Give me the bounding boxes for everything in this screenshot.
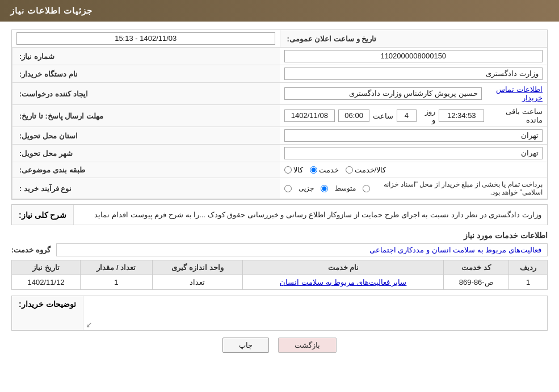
category-value: کالا/خدمت خدمت کالا bbox=[280, 162, 548, 178]
category-option-kala: کالا bbox=[284, 166, 303, 174]
category-radio-khedmat[interactable] bbox=[310, 166, 317, 174]
category-radio-group: کالا/خدمت خدمت کالا bbox=[284, 166, 386, 174]
main-info-grid: تاریخ و ساعت اعلان عمومی:1402/11/03 - 15… bbox=[11, 29, 548, 200]
need-desc-section: وزارت دادگستری در نظر دارد نسبت به اجرای… bbox=[11, 204, 548, 225]
col-radif: ردیف bbox=[509, 260, 548, 275]
city-value: تهران bbox=[280, 145, 548, 162]
province-value: تهران bbox=[280, 127, 548, 145]
deadline-datetime-row: ساعت باقی مانده 12:34:53 روز و 4 ساعت 06… bbox=[284, 107, 543, 124]
cell-name[interactable]: سایر فعالیت‌های مربوط به سلامت انسان bbox=[243, 275, 444, 290]
category-radio-kala[interactable] bbox=[284, 166, 292, 174]
city-label: شهر محل تحویل: bbox=[12, 145, 280, 162]
button-row: بازگشت چاپ bbox=[11, 338, 548, 353]
cell-qty: 1 bbox=[81, 275, 153, 290]
col-code: کد خدمت bbox=[444, 260, 509, 275]
resize-icon: ↙ bbox=[86, 320, 93, 329]
col-qty: تعداد / مقدار bbox=[81, 260, 153, 275]
buyer-desc-textarea[interactable]: ↙ bbox=[83, 296, 547, 330]
page-header: جزئیات اطلاعات نیاز bbox=[0, 0, 559, 22]
category-option-khedmat: خدمت bbox=[310, 166, 339, 174]
services-table: ردیف کد خدمت نام خدمت واحد اندازه گیری ت… bbox=[11, 260, 548, 290]
service-group-value: فعالیت‌های مربوط به سلامت انسان و مددکار… bbox=[56, 243, 548, 256]
remaining-time-input: 12:34:53 bbox=[439, 109, 484, 122]
announce-label: تاریخ و ساعت اعلان عمومی: bbox=[280, 30, 548, 48]
remaining-label: ساعت باقی مانده bbox=[487, 107, 543, 124]
print-button[interactable]: چاپ bbox=[222, 338, 269, 353]
col-unit: واحد اندازه گیری bbox=[152, 260, 243, 275]
col-date: تاریخ نیاز bbox=[12, 260, 81, 275]
buyer-org-input: وزارت دادگستری bbox=[284, 68, 543, 80]
category-label: طبقه بندی موضوعی: bbox=[12, 162, 280, 178]
city-input: تهران bbox=[284, 147, 543, 159]
province-input: تهران bbox=[284, 129, 543, 142]
category-radio-kala-khedmat[interactable] bbox=[346, 166, 353, 174]
deadline-date-input: 1402/11/08 bbox=[284, 109, 335, 122]
purchase-type-label: نوع فرآیند خرید : bbox=[12, 178, 280, 199]
purchase-radio-jozii[interactable] bbox=[284, 185, 292, 192]
need-desc-label: شرح کلی نیاز: bbox=[12, 205, 74, 225]
table-header-row: ردیف کد خدمت نام خدمت واحد اندازه گیری ت… bbox=[12, 260, 548, 275]
buyer-desc-label: توضیحات خریدار: bbox=[12, 296, 83, 330]
page-title: جزئیات اطلاعات نیاز bbox=[10, 6, 93, 15]
cell-date: 1402/11/12 bbox=[12, 275, 81, 290]
requester-label: ایجاد کننده درخواست: bbox=[12, 83, 280, 105]
deadline-value: ساعت باقی مانده 12:34:53 روز و 4 ساعت 06… bbox=[280, 105, 548, 127]
category-option-kala-khedmat: کالا/خدمت bbox=[346, 166, 386, 174]
purchase-radio-note[interactable] bbox=[363, 185, 370, 192]
service-group-label: گروه خدمت: bbox=[11, 246, 51, 254]
table-row: 1 ص-86-869 سایر فعالیت‌های مربوط به سلام… bbox=[12, 275, 548, 290]
purchase-type-value: پرداخت تمام یا بخشی از مبلغ خریدار از مح… bbox=[280, 178, 548, 199]
buyer-desc-section: ↙ توضیحات خریدار: bbox=[11, 296, 548, 331]
need-desc-text: وزارت دادگستری در نظر دارد نسبت به اجرای… bbox=[74, 205, 547, 225]
announce-datetime: 1402/11/03 - 15:13 bbox=[12, 30, 280, 48]
purchase-note: پرداخت تمام یا بخشی از مبلغ خریدار از مح… bbox=[377, 180, 543, 196]
deadline-label: مهلت ارسال پاسخ: تا تاریخ: bbox=[12, 105, 280, 127]
time-input: 06:00 bbox=[338, 109, 369, 122]
cell-code: ص-86-869 bbox=[444, 275, 509, 290]
purchase-radio-mutavasset[interactable] bbox=[321, 185, 328, 192]
buyer-org-value: وزارت دادگستری bbox=[280, 65, 548, 83]
province-label: استان محل تحویل: bbox=[12, 127, 280, 145]
requester-value: اطلاعات تماس خریدار حسین پریوش کارشناس و… bbox=[280, 83, 548, 105]
cell-radif: 1 bbox=[509, 275, 548, 290]
days-label: روز و bbox=[420, 107, 436, 124]
service-group-row: فعالیت‌های مربوط به سلامت انسان و مددکار… bbox=[11, 243, 548, 256]
need-number-value: 1102000008000150 bbox=[280, 48, 548, 65]
days-input: 4 bbox=[397, 109, 417, 122]
services-section-title: اطلاعات خدمات مورد نیاز bbox=[11, 231, 548, 240]
page-wrapper: جزئیات اطلاعات نیاز تاریخ و ساعت اعلان ع… bbox=[0, 0, 559, 392]
page-content: تاریخ و ساعت اعلان عمومی:1402/11/03 - 15… bbox=[0, 22, 559, 368]
buyer-org-label: نام دستگاه خریدار: bbox=[12, 65, 280, 83]
purchase-type-row: پرداخت تمام یا بخشی از مبلغ خریدار از مح… bbox=[284, 180, 543, 196]
requester-contact-link[interactable]: اطلاعات تماس خریدار bbox=[490, 85, 543, 102]
back-button[interactable]: بازگشت bbox=[278, 338, 337, 353]
col-name: نام خدمت bbox=[243, 260, 444, 275]
need-number-label: شماره نیاز: bbox=[12, 48, 280, 65]
time-label: ساعت bbox=[373, 112, 393, 120]
cell-unit: تعداد bbox=[152, 275, 243, 290]
need-number-input: 1102000008000150 bbox=[284, 50, 543, 62]
requester-input: حسین پریوش کارشناس وزارت دادگستری bbox=[284, 87, 482, 100]
